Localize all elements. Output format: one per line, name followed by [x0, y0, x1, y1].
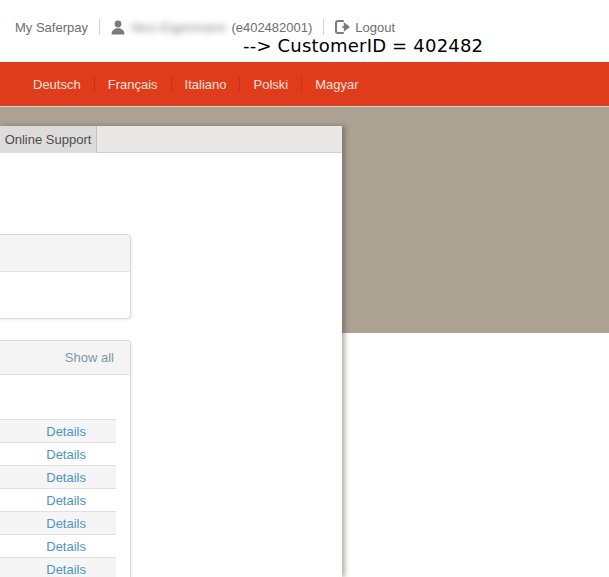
details-card: Show all Details Details Details Details… — [0, 340, 131, 577]
tab-strip: Online Support — [0, 126, 342, 153]
language-separator — [171, 77, 172, 91]
table-row: Details — [0, 511, 116, 534]
language-link-magyar[interactable]: Magyar — [315, 77, 358, 92]
top-bar-divider — [323, 19, 324, 35]
details-link[interactable]: Details — [46, 493, 86, 508]
logout-label: Logout — [355, 20, 395, 35]
table-row: Details — [0, 419, 116, 442]
tab-online-support[interactable]: Online Support — [0, 126, 97, 153]
top-bar-items: My Saferpay Nico Eigenmann (e402482001) … — [15, 19, 395, 35]
logout-icon — [335, 20, 350, 34]
content-panel: Online Support Show all Details Details … — [0, 126, 342, 577]
language-link-francais[interactable]: Français — [108, 77, 158, 92]
language-bar: Deutsch Français Italiano Polski Magyar — [0, 62, 609, 106]
table-row: Details — [0, 488, 116, 511]
language-separator — [94, 77, 95, 91]
table-row: Details — [0, 534, 116, 557]
show-all-link[interactable]: Show all — [65, 350, 114, 365]
table-row: Details — [0, 465, 116, 488]
info-card-header — [0, 235, 130, 272]
details-link[interactable]: Details — [46, 562, 86, 577]
logout-button[interactable]: Logout — [335, 20, 395, 35]
language-link-italiano[interactable]: Italiano — [185, 77, 227, 92]
details-link[interactable]: Details — [46, 539, 86, 554]
details-table: Details Details Details Details Details … — [0, 419, 116, 577]
page: My Saferpay Nico Eigenmann (e402482001) … — [0, 0, 609, 577]
details-card-header: Show all — [0, 341, 130, 375]
top-bar: My Saferpay Nico Eigenmann (e402482001) … — [0, 0, 609, 62]
language-link-polski[interactable]: Polski — [253, 77, 288, 92]
table-row: Details — [0, 442, 116, 465]
language-separator — [239, 77, 240, 91]
details-link[interactable]: Details — [46, 424, 86, 439]
language-separator — [301, 77, 302, 91]
user-icon — [111, 20, 125, 35]
tab-online-support-label: Online Support — [5, 132, 92, 147]
customer-id-annotation: --> CustomerID = 402482 — [243, 35, 483, 56]
details-link[interactable]: Details — [46, 516, 86, 531]
details-card-spacer — [0, 375, 130, 419]
top-bar-divider — [99, 19, 100, 35]
user-id: (e402482001) — [231, 20, 312, 35]
my-saferpay-link[interactable]: My Saferpay — [15, 20, 88, 35]
details-link[interactable]: Details — [46, 470, 86, 485]
info-card — [0, 234, 131, 319]
user-name-redacted: Nico Eigenmann — [131, 20, 226, 35]
details-link[interactable]: Details — [46, 447, 86, 462]
language-link-deutsch[interactable]: Deutsch — [33, 77, 81, 92]
user-account-info: Nico Eigenmann (e402482001) — [111, 20, 312, 35]
table-row: Details — [0, 557, 116, 577]
